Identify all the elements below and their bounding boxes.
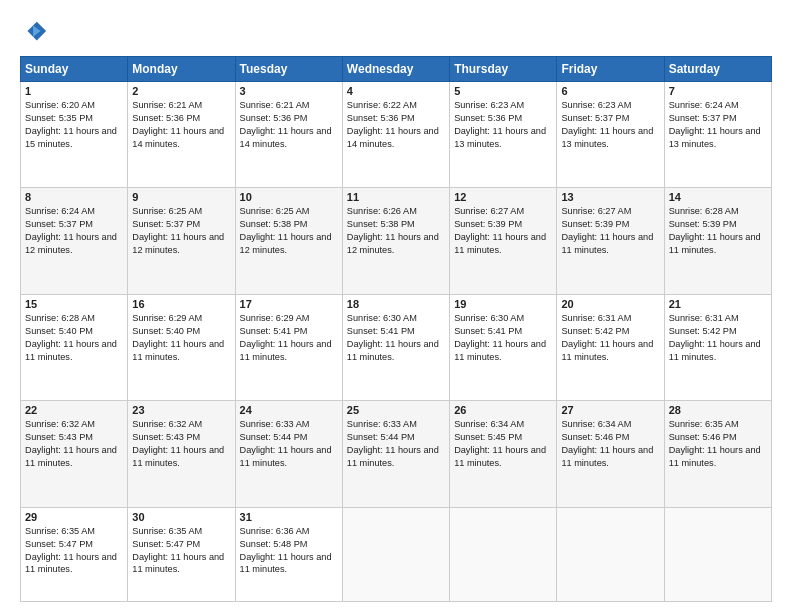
day-number: 21: [669, 298, 767, 310]
day-number: 29: [25, 511, 123, 523]
day-detail: Sunrise: 6:30 AMSunset: 5:41 PMDaylight:…: [454, 312, 552, 364]
calendar-cell: 20Sunrise: 6:31 AMSunset: 5:42 PMDayligh…: [557, 294, 664, 400]
calendar-cell: 16Sunrise: 6:29 AMSunset: 5:40 PMDayligh…: [128, 294, 235, 400]
day-detail: Sunrise: 6:24 AMSunset: 5:37 PMDaylight:…: [669, 99, 767, 151]
calendar-cell: 18Sunrise: 6:30 AMSunset: 5:41 PMDayligh…: [342, 294, 449, 400]
calendar-cell: 14Sunrise: 6:28 AMSunset: 5:39 PMDayligh…: [664, 188, 771, 294]
calendar-cell: 26Sunrise: 6:34 AMSunset: 5:45 PMDayligh…: [450, 401, 557, 507]
calendar-weekday-monday: Monday: [128, 57, 235, 82]
day-number: 12: [454, 191, 552, 203]
header: [20, 18, 772, 46]
calendar-weekday-friday: Friday: [557, 57, 664, 82]
calendar-cell: 30Sunrise: 6:35 AMSunset: 5:47 PMDayligh…: [128, 507, 235, 601]
day-number: 15: [25, 298, 123, 310]
day-detail: Sunrise: 6:30 AMSunset: 5:41 PMDaylight:…: [347, 312, 445, 364]
day-detail: Sunrise: 6:28 AMSunset: 5:40 PMDaylight:…: [25, 312, 123, 364]
calendar-weekday-tuesday: Tuesday: [235, 57, 342, 82]
day-number: 22: [25, 404, 123, 416]
day-detail: Sunrise: 6:20 AMSunset: 5:35 PMDaylight:…: [25, 99, 123, 151]
day-number: 18: [347, 298, 445, 310]
day-number: 9: [132, 191, 230, 203]
calendar-cell: [342, 507, 449, 601]
calendar-cell: 11Sunrise: 6:26 AMSunset: 5:38 PMDayligh…: [342, 188, 449, 294]
day-number: 28: [669, 404, 767, 416]
day-number: 31: [240, 511, 338, 523]
day-detail: Sunrise: 6:21 AMSunset: 5:36 PMDaylight:…: [240, 99, 338, 151]
calendar-cell: 1Sunrise: 6:20 AMSunset: 5:35 PMDaylight…: [21, 82, 128, 188]
day-detail: Sunrise: 6:27 AMSunset: 5:39 PMDaylight:…: [561, 205, 659, 257]
day-number: 26: [454, 404, 552, 416]
calendar-weekday-saturday: Saturday: [664, 57, 771, 82]
calendar-cell: 25Sunrise: 6:33 AMSunset: 5:44 PMDayligh…: [342, 401, 449, 507]
day-number: 10: [240, 191, 338, 203]
day-detail: Sunrise: 6:32 AMSunset: 5:43 PMDaylight:…: [25, 418, 123, 470]
calendar-cell: 22Sunrise: 6:32 AMSunset: 5:43 PMDayligh…: [21, 401, 128, 507]
day-detail: Sunrise: 6:36 AMSunset: 5:48 PMDaylight:…: [240, 525, 338, 577]
calendar-cell: 9Sunrise: 6:25 AMSunset: 5:37 PMDaylight…: [128, 188, 235, 294]
day-detail: Sunrise: 6:26 AMSunset: 5:38 PMDaylight:…: [347, 205, 445, 257]
day-number: 27: [561, 404, 659, 416]
page: SundayMondayTuesdayWednesdayThursdayFrid…: [0, 0, 792, 612]
day-detail: Sunrise: 6:31 AMSunset: 5:42 PMDaylight:…: [561, 312, 659, 364]
day-number: 24: [240, 404, 338, 416]
day-number: 11: [347, 191, 445, 203]
calendar-cell: 8Sunrise: 6:24 AMSunset: 5:37 PMDaylight…: [21, 188, 128, 294]
day-number: 6: [561, 85, 659, 97]
day-detail: Sunrise: 6:35 AMSunset: 5:46 PMDaylight:…: [669, 418, 767, 470]
calendar-cell: 29Sunrise: 6:35 AMSunset: 5:47 PMDayligh…: [21, 507, 128, 601]
day-number: 8: [25, 191, 123, 203]
day-detail: Sunrise: 6:35 AMSunset: 5:47 PMDaylight:…: [25, 525, 123, 577]
calendar-table: SundayMondayTuesdayWednesdayThursdayFrid…: [20, 56, 772, 602]
calendar-cell: 17Sunrise: 6:29 AMSunset: 5:41 PMDayligh…: [235, 294, 342, 400]
day-detail: Sunrise: 6:25 AMSunset: 5:38 PMDaylight:…: [240, 205, 338, 257]
calendar-weekday-sunday: Sunday: [21, 57, 128, 82]
day-number: 4: [347, 85, 445, 97]
calendar-cell: [664, 507, 771, 601]
calendar-cell: 6Sunrise: 6:23 AMSunset: 5:37 PMDaylight…: [557, 82, 664, 188]
day-number: 16: [132, 298, 230, 310]
day-number: 19: [454, 298, 552, 310]
calendar-weekday-thursday: Thursday: [450, 57, 557, 82]
day-number: 3: [240, 85, 338, 97]
calendar-cell: 19Sunrise: 6:30 AMSunset: 5:41 PMDayligh…: [450, 294, 557, 400]
day-detail: Sunrise: 6:28 AMSunset: 5:39 PMDaylight:…: [669, 205, 767, 257]
calendar-cell: 15Sunrise: 6:28 AMSunset: 5:40 PMDayligh…: [21, 294, 128, 400]
day-detail: Sunrise: 6:21 AMSunset: 5:36 PMDaylight:…: [132, 99, 230, 151]
calendar-cell: 10Sunrise: 6:25 AMSunset: 5:38 PMDayligh…: [235, 188, 342, 294]
calendar-cell: 4Sunrise: 6:22 AMSunset: 5:36 PMDaylight…: [342, 82, 449, 188]
calendar-cell: [450, 507, 557, 601]
day-number: 5: [454, 85, 552, 97]
calendar-cell: 21Sunrise: 6:31 AMSunset: 5:42 PMDayligh…: [664, 294, 771, 400]
day-detail: Sunrise: 6:23 AMSunset: 5:36 PMDaylight:…: [454, 99, 552, 151]
calendar-cell: 28Sunrise: 6:35 AMSunset: 5:46 PMDayligh…: [664, 401, 771, 507]
day-number: 2: [132, 85, 230, 97]
calendar-cell: 3Sunrise: 6:21 AMSunset: 5:36 PMDaylight…: [235, 82, 342, 188]
day-number: 23: [132, 404, 230, 416]
day-number: 14: [669, 191, 767, 203]
day-number: 1: [25, 85, 123, 97]
calendar-cell: 24Sunrise: 6:33 AMSunset: 5:44 PMDayligh…: [235, 401, 342, 507]
calendar-cell: [557, 507, 664, 601]
day-number: 25: [347, 404, 445, 416]
day-detail: Sunrise: 6:24 AMSunset: 5:37 PMDaylight:…: [25, 205, 123, 257]
day-detail: Sunrise: 6:22 AMSunset: 5:36 PMDaylight:…: [347, 99, 445, 151]
day-detail: Sunrise: 6:33 AMSunset: 5:44 PMDaylight:…: [240, 418, 338, 470]
calendar-cell: 5Sunrise: 6:23 AMSunset: 5:36 PMDaylight…: [450, 82, 557, 188]
day-number: 30: [132, 511, 230, 523]
day-number: 13: [561, 191, 659, 203]
calendar-cell: 7Sunrise: 6:24 AMSunset: 5:37 PMDaylight…: [664, 82, 771, 188]
day-detail: Sunrise: 6:29 AMSunset: 5:41 PMDaylight:…: [240, 312, 338, 364]
calendar-cell: 27Sunrise: 6:34 AMSunset: 5:46 PMDayligh…: [557, 401, 664, 507]
calendar-cell: 12Sunrise: 6:27 AMSunset: 5:39 PMDayligh…: [450, 188, 557, 294]
day-detail: Sunrise: 6:29 AMSunset: 5:40 PMDaylight:…: [132, 312, 230, 364]
day-detail: Sunrise: 6:25 AMSunset: 5:37 PMDaylight:…: [132, 205, 230, 257]
day-detail: Sunrise: 6:35 AMSunset: 5:47 PMDaylight:…: [132, 525, 230, 577]
day-detail: Sunrise: 6:34 AMSunset: 5:46 PMDaylight:…: [561, 418, 659, 470]
day-detail: Sunrise: 6:32 AMSunset: 5:43 PMDaylight:…: [132, 418, 230, 470]
calendar-cell: 31Sunrise: 6:36 AMSunset: 5:48 PMDayligh…: [235, 507, 342, 601]
day-number: 17: [240, 298, 338, 310]
logo: [20, 18, 52, 46]
calendar-header-row: SundayMondayTuesdayWednesdayThursdayFrid…: [21, 57, 772, 82]
calendar-weekday-wednesday: Wednesday: [342, 57, 449, 82]
calendar-cell: 23Sunrise: 6:32 AMSunset: 5:43 PMDayligh…: [128, 401, 235, 507]
